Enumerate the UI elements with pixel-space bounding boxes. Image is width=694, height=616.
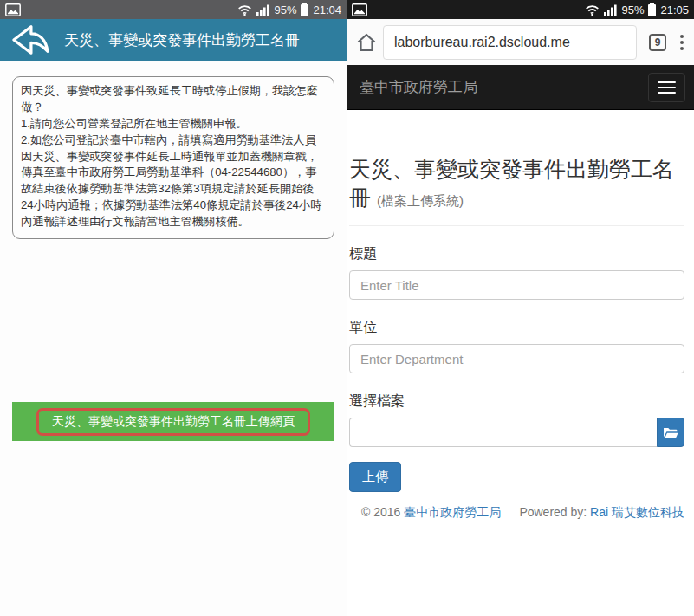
title-field-label: 標題 [349,245,684,263]
upload-submit-button[interactable]: 上傳 [349,462,401,492]
labor-bureau-link[interactable]: 臺中市政府勞工局 [404,505,501,519]
file-path-input[interactable] [349,418,657,447]
department-field-label: 單位 [349,319,684,337]
clock-text: 21:05 [660,4,689,16]
wifi-icon [585,3,600,16]
hamburger-menu-button[interactable] [648,73,685,102]
battery-icon [648,4,656,16]
app-header: 天災、事變或突發事件出勤勞工名冊 [0,19,347,61]
copyright-text: © 2016 臺中市政府勞工局 [361,505,501,521]
battery-percent-text: 95% [274,4,296,16]
upload-form: 標題 單位 選擇檔案 上傳 [349,245,684,492]
instructions-notice-box: 因天災、事變或突發事件致延長工時或停止假期，我該怎麼做？ 1.請向您公司營業登記… [12,76,334,239]
browser-toolbar: 9 [347,19,694,65]
hamburger-bar [658,81,676,83]
back-arrow-icon[interactable] [9,23,50,57]
home-icon [355,31,378,54]
battery-percent-text: 95% [621,4,644,16]
department-input[interactable] [349,344,684,373]
battery-icon [301,4,308,16]
powered-by-prefix: Powered by: [519,505,590,519]
copyright-prefix: © 2016 [361,505,404,519]
signal-strength-icon [604,3,617,16]
folder-open-icon [663,426,678,439]
title-input[interactable] [349,270,684,300]
powered-by-text: Powered by: Rai 瑞艾數位科技 [519,505,684,521]
file-input-group [349,418,684,447]
browse-file-button[interactable] [657,418,684,447]
wifi-icon [237,3,252,16]
browser-menu-kebab-icon[interactable] [675,29,689,55]
file-field-label: 選擇檔案 [349,392,684,411]
navbar-brand[interactable]: 臺中市政府勞工局 [360,77,477,97]
home-button[interactable] [352,28,381,57]
page-subtitle: (檔案上傳系統) [377,193,464,208]
hamburger-bar [658,87,676,88]
left-app-screen: 95% 21:04 天災、事變或突發事件出勤勞工名冊 因天災、事變或突發事件致延… [0,0,347,616]
hamburger-bar [658,92,676,94]
url-bar[interactable] [383,25,637,60]
url-input[interactable] [387,35,632,50]
app-header-title: 天災、事變或突發事件出勤勞工名冊 [64,30,300,50]
right-browser-screen: 95% 21:05 9 臺中市政府勞工局 天災、事變或突發事件出勤勞工名冊 (檔… [347,0,694,616]
screenshot-image-icon [352,3,367,16]
signal-strength-icon [256,3,269,16]
screenshot-image-icon [5,3,21,16]
left-status-bar: 95% 21:04 [0,0,347,19]
upload-page-link-banner[interactable]: 天災、事變或突發事件出勤勞工名冊上傳網頁 [12,402,334,441]
rai-company-link[interactable]: Rai 瑞艾數位科技 [590,505,684,519]
page-header: 天災、事變或突發事件出勤勞工名冊 (檔案上傳系統) [349,155,684,226]
file-field-group: 選擇檔案 [349,392,684,447]
site-navbar: 臺中市政府勞工局 [347,65,694,110]
tab-count-button[interactable]: 9 [649,34,666,51]
page-content: 天災、事變或突發事件出勤勞工名冊 (檔案上傳系統) 標題 單位 選擇檔案 [347,155,694,521]
dual-phone-screenshot: 95% 21:04 天災、事變或突發事件出勤勞工名冊 因天災、事變或突發事件致延… [0,0,694,616]
site-footer: © 2016 臺中市政府勞工局 Powered by: Rai 瑞艾數位科技 [349,505,684,521]
upload-page-link-label[interactable]: 天災、事變或突發事件出勤勞工名冊上傳網頁 [36,408,310,436]
clock-text: 21:04 [313,4,341,16]
right-status-bar: 95% 21:05 [347,0,694,19]
department-field-group: 單位 [349,319,684,373]
title-field-group: 標題 [349,245,684,300]
page-title: 天災、事變或突發事件出勤勞工名冊 (檔案上傳系統) [349,155,684,211]
